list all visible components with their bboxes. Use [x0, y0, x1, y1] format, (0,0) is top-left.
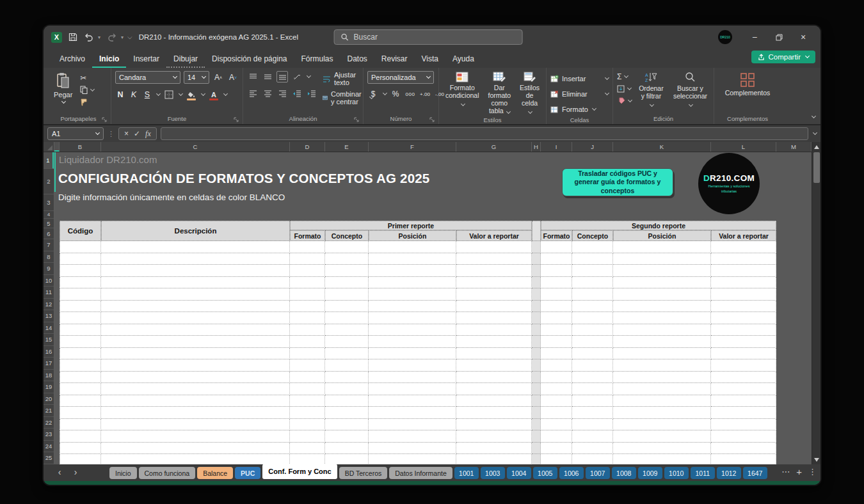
table-cell[interactable] [541, 383, 572, 395]
table-cell[interactable] [541, 265, 572, 277]
transfer-puc-button[interactable]: Trasladar códigos PUC y generar guía de … [562, 168, 673, 196]
find-select-button[interactable]: Buscar y seleccionar [671, 71, 710, 113]
row-header-14[interactable]: 14 [44, 322, 54, 335]
table-cell[interactable] [60, 395, 101, 407]
table-cell[interactable] [456, 454, 532, 464]
cell-styles-button[interactable]: Estilos de celda [517, 71, 542, 115]
table-cell[interactable] [532, 443, 541, 455]
font-color-icon[interactable]: A [208, 89, 220, 100]
fx-icon[interactable]: fx [145, 129, 151, 139]
table-cell[interactable] [711, 336, 776, 348]
table-cell[interactable] [325, 359, 369, 372]
format-cells-button[interactable]: Formato [550, 103, 609, 116]
table-cell[interactable] [101, 288, 290, 301]
table-cell[interactable] [60, 372, 101, 384]
row-header-9[interactable]: 9 [44, 263, 54, 275]
menu-tab-vista[interactable]: Vista [415, 51, 445, 68]
align-middle-icon[interactable] [262, 71, 273, 83]
orientation-icon[interactable] [291, 71, 303, 83]
decrease-indent-icon[interactable] [291, 88, 303, 99]
quick-access-toolbar-icon[interactable]: ⌵ [127, 33, 132, 41]
table-cell[interactable] [325, 443, 369, 455]
table-cell[interactable] [532, 383, 541, 395]
table-cell[interactable] [290, 407, 325, 419]
table-cell[interactable] [541, 454, 572, 464]
table-cell[interactable] [369, 253, 456, 265]
table-cell[interactable] [369, 241, 456, 253]
format-painter-icon[interactable] [80, 97, 88, 107]
menu-tab-disposici-n-de-p-gina[interactable]: Disposición de página [205, 51, 294, 68]
comma-style-icon[interactable]: 000 [404, 88, 416, 100]
sheet-tab-conf-form-y-conc[interactable]: Conf. Form y Conc [262, 464, 337, 479]
ribbon-collapse-icon[interactable] [811, 109, 815, 120]
table-cell[interactable] [711, 253, 776, 265]
align-top-icon[interactable] [247, 71, 259, 83]
table-cell[interactable] [456, 359, 532, 372]
copy-button[interactable] [80, 85, 94, 95]
table-cell[interactable] [613, 430, 711, 443]
row-header-23[interactable]: 23 [44, 429, 54, 441]
table-cell[interactable] [101, 324, 290, 336]
fill-color-icon[interactable] [186, 89, 197, 100]
column-header-m[interactable]: M [776, 142, 812, 152]
row-header-4[interactable]: 4 [44, 211, 54, 219]
menu-tab-f-rmulas[interactable]: Fórmulas [294, 51, 340, 68]
table-cell[interactable] [325, 265, 369, 277]
minimize-button[interactable]: − [744, 28, 765, 46]
table-cell[interactable] [60, 288, 101, 301]
table-cell[interactable] [456, 348, 532, 360]
table-cell[interactable] [711, 372, 776, 384]
addins-button[interactable]: Complementos [723, 71, 773, 113]
table-cell[interactable] [369, 301, 456, 313]
table-cell[interactable] [325, 301, 369, 313]
table-cell[interactable] [572, 277, 613, 289]
table-cell[interactable] [101, 372, 290, 384]
table-cell[interactable] [369, 443, 456, 455]
table-cell[interactable] [456, 253, 532, 265]
table-cell[interactable] [456, 443, 532, 455]
table-cell[interactable] [541, 301, 572, 313]
table-cell[interactable] [572, 312, 613, 324]
table-cell[interactable] [101, 395, 290, 407]
table-cell[interactable] [532, 324, 541, 336]
row-header-20[interactable]: 20 [44, 393, 54, 406]
row-header-3[interactable]: 3 [44, 194, 54, 211]
table-cell[interactable] [572, 372, 613, 384]
table-cell[interactable] [60, 430, 101, 443]
table-cell[interactable] [369, 383, 456, 395]
row-header-8[interactable]: 8 [44, 251, 54, 264]
align-right-icon[interactable] [276, 88, 288, 99]
table-cell[interactable] [572, 454, 613, 464]
table-cell[interactable] [613, 288, 711, 301]
table-cell[interactable] [369, 372, 456, 384]
search-box[interactable]: Buscar [334, 29, 523, 45]
undo-chevron-icon[interactable]: ▾ [98, 35, 100, 40]
row-header-15[interactable]: 15 [44, 334, 54, 346]
table-cell[interactable] [369, 419, 456, 431]
sheet-tab-1005[interactable]: 1005 [533, 467, 557, 479]
table-cell[interactable] [60, 348, 101, 360]
table-cell[interactable] [532, 454, 541, 464]
table-cell[interactable] [325, 372, 369, 384]
table-cell[interactable] [456, 336, 532, 348]
table-cell[interactable] [541, 336, 572, 348]
table-cell[interactable] [572, 324, 613, 336]
table-cell[interactable] [541, 407, 572, 419]
table-cell[interactable] [541, 241, 572, 253]
save-icon[interactable] [68, 33, 77, 42]
table-cell[interactable] [711, 288, 776, 301]
table-cell[interactable] [101, 419, 290, 431]
table-cell[interactable] [541, 288, 572, 301]
undo-icon[interactable] [84, 33, 94, 42]
table-cell[interactable] [711, 407, 776, 419]
table-cell[interactable] [325, 407, 369, 419]
sheet-tab-1647[interactable]: 1647 [743, 467, 767, 479]
table-cell[interactable] [613, 265, 711, 277]
redo-icon[interactable] [107, 33, 117, 42]
table-cell[interactable] [572, 407, 613, 419]
table-cell[interactable] [572, 336, 613, 348]
number-format-select[interactable]: Personalizada [367, 71, 434, 84]
add-sheet-icon[interactable]: + [796, 466, 802, 477]
table-cell[interactable] [532, 301, 541, 313]
table-cell[interactable] [541, 395, 572, 407]
